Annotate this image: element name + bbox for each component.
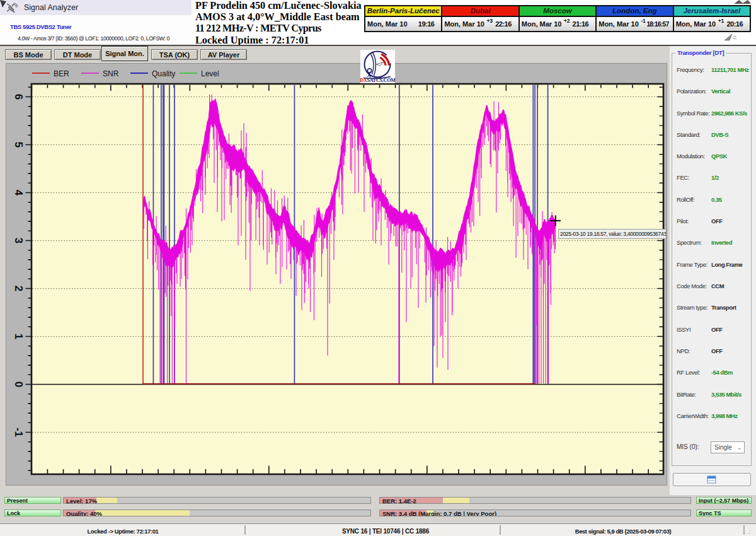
svg-text:4: 4 — [13, 190, 25, 196]
svg-text:1: 1 — [13, 334, 25, 339]
svg-text:DXSATCS.COM: DXSATCS.COM — [360, 78, 395, 83]
svg-text:6: 6 — [13, 94, 25, 100]
svg-text:5: 5 — [13, 142, 25, 148]
svg-text:-1: -1 — [13, 428, 25, 437]
svg-text:2: 2 — [13, 286, 25, 291]
svg-text:3: 3 — [13, 238, 25, 243]
svg-text:0: 0 — [13, 382, 25, 387]
